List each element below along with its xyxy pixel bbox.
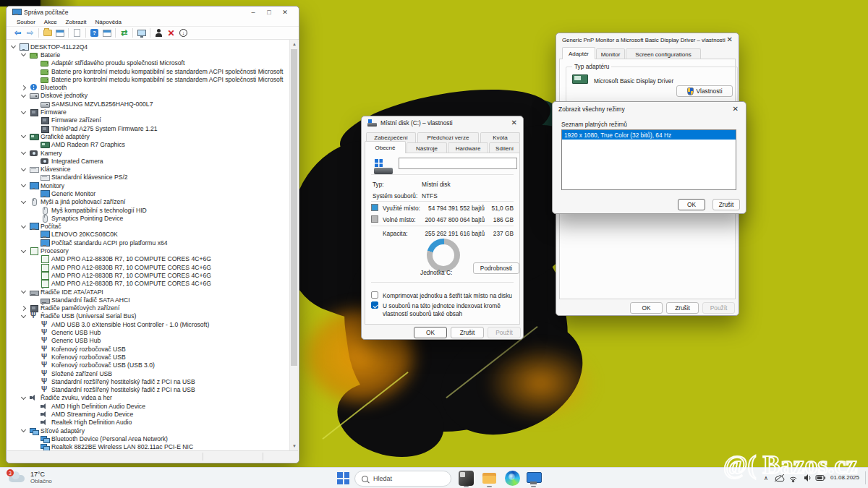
expand-icon[interactable] [21, 313, 26, 318]
expand-icon[interactable] [21, 395, 26, 400]
tab-sdílení[interactable]: Sdílení [489, 142, 520, 153]
zrušit-button[interactable]: Zrušit [712, 199, 740, 210]
tab-nástroje[interactable]: Nástroje [407, 142, 447, 153]
tree-item[interactable]: Realtek High Definition Audio [7, 419, 289, 427]
uninstall-icon[interactable]: ✕ [166, 28, 176, 38]
scroll-down-icon[interactable]: ▼ [292, 443, 297, 449]
tree-item[interactable]: Grafické adaptéry [7, 132, 289, 140]
tab-adaptér[interactable]: Adaptér [562, 47, 595, 59]
tree-item[interactable]: Řadiče IDE ATA/ATAPI [7, 288, 289, 296]
expand-icon[interactable] [21, 85, 26, 90]
export-list-icon[interactable] [72, 28, 82, 38]
ok-button[interactable]: OK [678, 199, 705, 210]
tree-item[interactable]: Síťové adaptéry [7, 427, 289, 435]
start-button[interactable] [337, 472, 349, 484]
tree-item[interactable]: Standardní rozšířený hostitelský řadič z… [7, 377, 289, 385]
tree-item[interactable]: ThinkPad A275 System Firmware 1.21 [7, 124, 289, 132]
tree-item[interactable]: Baterie [7, 51, 289, 59]
tree-item[interactable]: LENOVO 20KCS08C0K [7, 231, 289, 239]
taskbar-app-management[interactable] [526, 471, 541, 486]
index-checkbox[interactable] [371, 301, 378, 309]
update-driver-icon[interactable] [153, 28, 164, 38]
volume-label-input[interactable] [399, 158, 517, 169]
tree-item[interactable]: Standardní řadič SATA AHCI [7, 296, 289, 304]
tree-item[interactable]: AMD PRO A12-8830B R7, 10 COMPUTE CORES 4… [7, 271, 289, 279]
tree-item[interactable]: AMD High Definition Audio Device [7, 402, 289, 410]
použít-button[interactable]: Použít [488, 327, 521, 338]
menu-nápověda[interactable]: Nápověda [91, 19, 126, 25]
expand-icon[interactable] [21, 306, 26, 311]
tree-item[interactable]: Firmware [7, 108, 289, 116]
show-desktop-divider[interactable] [865, 471, 866, 484]
modes-listbox[interactable]: 1920 x 1080, True Color (32 bitů), 64 Hz [561, 129, 736, 190]
použít-button[interactable]: Použít [702, 302, 735, 314]
tree-item[interactable]: Realtek 8822BE Wireless LAN 802.11ac PCI… [7, 443, 289, 450]
tree-item[interactable]: Adaptér střídavého proudu společnosti Mi… [7, 59, 289, 67]
tree-item[interactable]: Počítač standardu ACPI pro platformu x64 [7, 239, 289, 247]
close-icon[interactable]: ✕ [733, 105, 739, 114]
window-icon[interactable] [54, 28, 65, 38]
tab-hardware[interactable]: Hardware [448, 142, 488, 153]
tree-item[interactable]: Složené zařízení USB [7, 369, 289, 377]
forward-icon[interactable]: ⇨ [25, 28, 35, 38]
tree-item[interactable]: Synaptics Pointing Device [7, 214, 289, 222]
properties-icon[interactable] [101, 28, 112, 38]
dialog-titlebar[interactable]: Místní disk (C:) – vlastnosti [362, 116, 523, 129]
adapter-properties-button[interactable]: Vlastnosti [676, 85, 733, 97]
compress-checkbox[interactable] [371, 291, 378, 299]
tree-item[interactable]: Standardní klávesnice PS/2 [7, 174, 289, 181]
expand-icon[interactable] [21, 199, 26, 204]
tree-item[interactable]: Baterie pro kontrolní metodu kompatibiln… [7, 75, 289, 83]
zrušit-button[interactable]: Zrušit [666, 302, 699, 314]
tab-monitor[interactable]: Monitor [596, 48, 625, 59]
refresh-icon[interactable]: ⇄ [119, 28, 129, 38]
tree-item[interactable]: Myš kompatibilní s technologií HID [7, 206, 289, 214]
tree-item[interactable]: AMD Streaming Audio Device [7, 410, 289, 418]
menu-soubor[interactable]: Soubor [12, 19, 40, 25]
menu-akce[interactable]: Akce [40, 19, 61, 25]
tree-item[interactable]: AMD PRO A12-8830B R7, 10 COMPUTE CORES 4… [7, 280, 289, 288]
close-icon[interactable]: ✕ [727, 35, 733, 44]
maximize-button[interactable]: □ [261, 9, 277, 16]
zrušit-button[interactable]: Zrušit [451, 327, 484, 338]
taskbar-app-taskview[interactable] [459, 471, 474, 486]
tree-item[interactable]: Generic USB Hub [7, 328, 289, 336]
scroll-up-icon[interactable]: ▲ [292, 41, 297, 47]
tree-item[interactable]: Kořenový rozbočovač USB [7, 345, 289, 353]
disable-icon[interactable]: ↓ [178, 28, 189, 38]
tree-item[interactable]: Řadiče USB (Universal Serial Bus) [7, 312, 289, 320]
tree-item[interactable]: Generic USB Hub [7, 337, 289, 345]
expand-icon[interactable] [21, 51, 26, 56]
tree-item[interactable]: Klávesnice [7, 165, 289, 173]
minimize-button[interactable]: – [245, 9, 261, 16]
mode-item-selected[interactable]: 1920 x 1080, True Color (32 bitů), 64 Hz [562, 130, 736, 140]
tree-item[interactable]: Kořenový rozbočovač USB (USB 3.0) [7, 361, 289, 369]
expand-icon[interactable] [21, 93, 26, 98]
ok-button[interactable]: OK [414, 327, 447, 338]
help-icon[interactable]: ? [89, 28, 100, 38]
close-button[interactable]: ✕ [277, 9, 293, 16]
expand-icon[interactable] [21, 108, 26, 114]
tree-item[interactable]: Kořenový rozbočovač USB [7, 353, 289, 361]
tree-item[interactable]: Procesory [7, 247, 289, 254]
tree-item[interactable]: Monitory [7, 181, 289, 189]
weather-widget[interactable]: 3 17°C Oblačno [7, 470, 52, 484]
tree-item[interactable]: SAMSUNG MZVLB256HAHQ-000L7 [7, 100, 289, 108]
search-box[interactable]: Hledat [354, 471, 451, 487]
ok-button[interactable]: OK [630, 302, 663, 314]
tab-kvóta[interactable]: Kvóta [480, 132, 520, 142]
dialog-titlebar[interactable]: Zobrazit všechny režimy [553, 102, 746, 116]
expand-icon[interactable] [21, 133, 26, 138]
scrollbar[interactable]: ▲ ▼ [289, 40, 298, 450]
scan-hardware-icon[interactable] [136, 28, 147, 38]
tree-item[interactable]: Bluetooth Device (Personal Area Network) [7, 435, 289, 442]
expand-icon[interactable] [11, 43, 16, 48]
expand-icon[interactable] [21, 166, 26, 171]
back-icon[interactable]: ⇦ [12, 28, 23, 38]
expand-icon[interactable] [21, 248, 26, 253]
expand-icon[interactable] [21, 223, 26, 228]
expand-icon[interactable] [21, 427, 26, 432]
tree-item[interactable]: Řadiče zvuku, videa a her [7, 394, 289, 402]
tree-item[interactable]: Myši a jiná polohovací zařízení [7, 198, 289, 206]
expand-icon[interactable] [21, 182, 26, 187]
